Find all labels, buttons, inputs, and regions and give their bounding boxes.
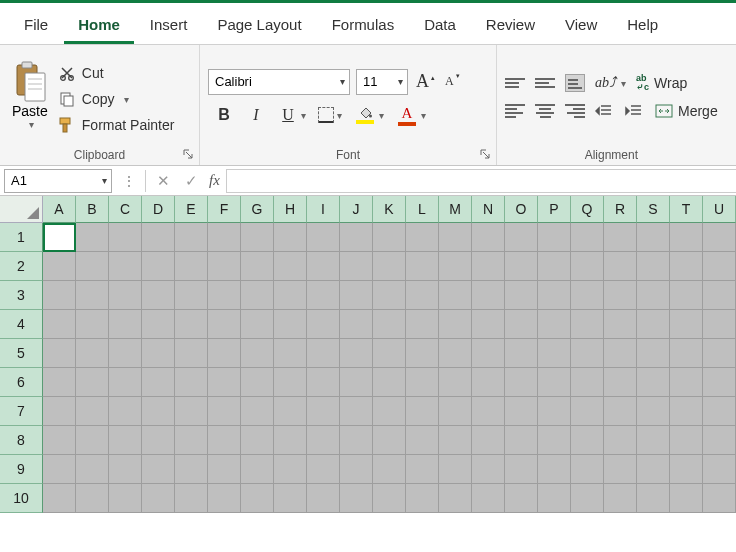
cell[interactable] xyxy=(241,455,274,484)
merge-center-button[interactable]: Merge xyxy=(655,103,718,119)
fill-color-button[interactable] xyxy=(354,106,376,124)
column-header[interactable]: P xyxy=(538,196,571,223)
cell[interactable] xyxy=(307,397,340,426)
cell[interactable] xyxy=(241,310,274,339)
formula-input[interactable] xyxy=(226,169,736,193)
cell[interactable] xyxy=(109,310,142,339)
cell[interactable] xyxy=(43,455,76,484)
cell[interactable] xyxy=(307,339,340,368)
cell[interactable] xyxy=(208,310,241,339)
cell[interactable] xyxy=(703,339,736,368)
cell[interactable] xyxy=(472,426,505,455)
cell[interactable] xyxy=(538,223,571,252)
font-color-button[interactable]: A xyxy=(396,105,418,126)
cell[interactable] xyxy=(274,339,307,368)
cell[interactable] xyxy=(208,339,241,368)
underline-button[interactable]: U xyxy=(278,106,298,124)
align-right-button[interactable] xyxy=(565,102,585,120)
cell[interactable] xyxy=(538,281,571,310)
copy-dropdown-icon[interactable]: ▾ xyxy=(124,94,129,105)
cell[interactable] xyxy=(670,368,703,397)
cell[interactable] xyxy=(241,281,274,310)
cell[interactable] xyxy=(373,252,406,281)
cell[interactable] xyxy=(109,223,142,252)
cell[interactable] xyxy=(571,455,604,484)
cell[interactable] xyxy=(472,339,505,368)
row-header[interactable]: 5 xyxy=(0,339,43,368)
cell[interactable] xyxy=(76,455,109,484)
cell[interactable] xyxy=(373,426,406,455)
cell[interactable] xyxy=(175,484,208,513)
cell[interactable] xyxy=(472,223,505,252)
cell[interactable] xyxy=(76,484,109,513)
fx-icon[interactable]: fx xyxy=(205,172,226,189)
cell[interactable] xyxy=(43,484,76,513)
cell[interactable] xyxy=(637,281,670,310)
tab-view[interactable]: View xyxy=(551,9,611,44)
cell[interactable] xyxy=(571,252,604,281)
cell[interactable] xyxy=(175,339,208,368)
tab-insert[interactable]: Insert xyxy=(136,9,202,44)
cell[interactable] xyxy=(670,223,703,252)
column-header[interactable]: A xyxy=(43,196,76,223)
align-center-button[interactable] xyxy=(535,102,555,120)
cell[interactable] xyxy=(142,223,175,252)
cell[interactable] xyxy=(340,484,373,513)
cell[interactable] xyxy=(142,397,175,426)
column-header[interactable]: F xyxy=(208,196,241,223)
font-launcher-icon[interactable] xyxy=(478,147,492,161)
paste-dropdown-icon[interactable]: ▾ xyxy=(29,119,34,130)
cell[interactable] xyxy=(241,223,274,252)
cell[interactable] xyxy=(142,368,175,397)
cell[interactable] xyxy=(604,339,637,368)
cell[interactable] xyxy=(703,426,736,455)
cell[interactable] xyxy=(43,397,76,426)
row-header[interactable]: 3 xyxy=(0,281,43,310)
cell[interactable] xyxy=(406,484,439,513)
row-header[interactable]: 2 xyxy=(0,252,43,281)
cell[interactable] xyxy=(505,223,538,252)
name-box[interactable]: A1 ▾ xyxy=(4,169,112,193)
cell[interactable] xyxy=(274,426,307,455)
tab-file[interactable]: File xyxy=(10,9,62,44)
cell[interactable] xyxy=(373,397,406,426)
decrease-indent-button[interactable] xyxy=(595,102,615,120)
cell[interactable] xyxy=(340,368,373,397)
tab-formulas[interactable]: Formulas xyxy=(318,9,409,44)
cell[interactable] xyxy=(538,368,571,397)
column-header[interactable]: M xyxy=(439,196,472,223)
cell[interactable] xyxy=(670,252,703,281)
cell[interactable] xyxy=(241,426,274,455)
cell[interactable] xyxy=(505,455,538,484)
cell[interactable] xyxy=(241,484,274,513)
cell[interactable] xyxy=(505,484,538,513)
cell[interactable] xyxy=(175,281,208,310)
cell[interactable] xyxy=(109,455,142,484)
align-middle-button[interactable] xyxy=(535,74,555,92)
cell[interactable] xyxy=(76,223,109,252)
cell[interactable] xyxy=(538,339,571,368)
cell[interactable] xyxy=(142,426,175,455)
cell[interactable] xyxy=(142,484,175,513)
cell[interactable] xyxy=(571,310,604,339)
cell[interactable] xyxy=(307,484,340,513)
cell[interactable] xyxy=(538,484,571,513)
cell[interactable] xyxy=(109,252,142,281)
row-header[interactable]: 1 xyxy=(0,223,43,252)
cell[interactable] xyxy=(208,281,241,310)
cell[interactable] xyxy=(274,397,307,426)
cell[interactable] xyxy=(208,252,241,281)
cell[interactable] xyxy=(208,455,241,484)
font-name-select[interactable]: Calibri ▾ xyxy=(208,69,350,95)
cell[interactable] xyxy=(637,397,670,426)
column-header[interactable]: L xyxy=(406,196,439,223)
cell[interactable] xyxy=(406,223,439,252)
increase-indent-button[interactable] xyxy=(625,102,645,120)
select-all-button[interactable] xyxy=(0,196,43,223)
cell[interactable] xyxy=(109,484,142,513)
font-color-dropdown-icon[interactable]: ▾ xyxy=(421,110,426,121)
cell[interactable] xyxy=(439,339,472,368)
cell[interactable] xyxy=(703,455,736,484)
cell[interactable] xyxy=(406,368,439,397)
cell[interactable] xyxy=(505,368,538,397)
